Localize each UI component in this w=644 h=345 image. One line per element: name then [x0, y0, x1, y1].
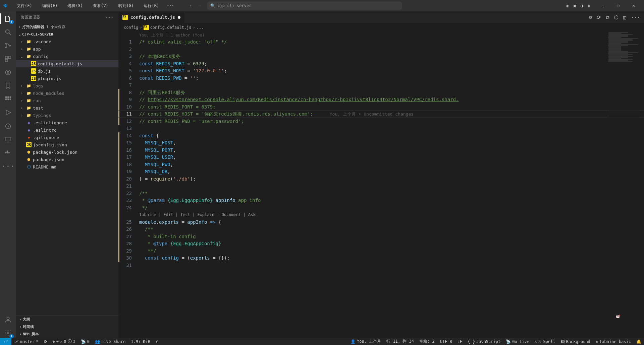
nav-back-icon[interactable]: ←	[190, 3, 192, 8]
code-line-3[interactable]: // 本地Redis服务	[139, 53, 607, 60]
code-line-13[interactable]	[139, 125, 607, 132]
code-line-9[interactable]: // https://kvstorenext.console.aliyun.co…	[139, 96, 607, 104]
code-line-20[interactable]: } = require('./db');	[139, 176, 607, 183]
folder-test[interactable]: ›📁test	[16, 104, 118, 112]
menu-run[interactable]: 运行(R)	[139, 2, 164, 10]
file-config.default.js[interactable]: JSconfig.default.js	[16, 60, 118, 67]
layout-panel-icon[interactable]: ▣	[574, 3, 576, 8]
code-line-2[interactable]	[139, 46, 607, 53]
folder-logs[interactable]: ›📁logs	[16, 82, 118, 89]
status-sync[interactable]: ⟳	[41, 338, 50, 345]
breadcrumb-item[interactable]: ...	[197, 25, 204, 30]
status-blame[interactable]: 👤You, 上个月	[348, 338, 384, 345]
code-line-5[interactable]: const REDIS_HOST = '127.0.0.1';	[139, 67, 607, 75]
window-minimize-icon[interactable]: —	[595, 0, 610, 11]
remote-button[interactable]	[0, 338, 11, 345]
code-line-29[interactable]: **/	[139, 248, 607, 255]
window-close-icon[interactable]: ✕	[626, 0, 641, 11]
code-line-24[interactable]: */	[139, 204, 607, 212]
activity-debug-icon[interactable]	[3, 108, 13, 117]
code-line-27[interactable]: * built-in config	[139, 233, 607, 240]
menu-edit[interactable]: 编辑(E)	[38, 2, 62, 10]
file-README.md[interactable]: ⓘREADME.md	[16, 163, 118, 170]
command-center[interactable]: 🔍 cjp-cli-server	[207, 2, 402, 10]
file-package-lock.json[interactable]: ⬢package-lock.json	[16, 148, 118, 156]
activity-scm-icon[interactable]	[3, 41, 13, 50]
status-eol[interactable]: LF	[455, 338, 465, 345]
breadcrumb-item[interactable]: config.default.js	[150, 25, 192, 30]
code-line-10[interactable]: // const REDIS_PORT = 6379;	[139, 104, 607, 111]
activity-search-icon[interactable]	[3, 27, 13, 37]
activity-grid-icon[interactable]	[3, 94, 13, 104]
status-filesize[interactable]: 1.97 KiB	[128, 338, 153, 345]
code-line-11[interactable]: // const REDIS_HOST = '你的云redis连接.redis.…	[139, 111, 607, 118]
folder-config[interactable]: ⌄📁config	[16, 53, 118, 60]
compass-icon[interactable]: ⊚	[589, 14, 592, 20]
activity-account-icon[interactable]	[3, 315, 13, 324]
code-line-26[interactable]: /**	[139, 226, 607, 233]
activity-extensions-icon[interactable]	[3, 54, 13, 64]
menu-file[interactable]: 文件(F)	[12, 2, 37, 10]
layout-customize-icon[interactable]: ▦	[588, 3, 590, 8]
activity-gitlens-icon[interactable]	[3, 68, 13, 77]
code-line-8[interactable]: // 阿里云Redis服务	[139, 89, 607, 96]
status-cursor[interactable]: 行 11, 列 34	[384, 338, 417, 345]
folder-.vscode[interactable]: ›📁.vscode	[16, 38, 118, 45]
code-line-1[interactable]: /* eslint valid-jsdoc: "off" */	[139, 39, 607, 46]
code-editor[interactable]: You, 上个月 | 1 author (You) 12345678910111…	[118, 32, 644, 338]
code-line-31[interactable]	[139, 262, 607, 269]
file-.gitignore[interactable]: ◆.gitignore	[16, 134, 118, 141]
menu-selection[interactable]: 选择(S)	[63, 2, 88, 10]
activity-more-icon[interactable]: ···	[3, 161, 13, 171]
code-line-21[interactable]	[139, 183, 607, 190]
code-line-25[interactable]: module.exports = appInfo => {	[139, 219, 607, 226]
hex-icon[interactable]: ⬡	[614, 14, 619, 20]
status-spell[interactable]: ⚠3 Spell	[532, 338, 558, 345]
code-line-23[interactable]: * @param {Egg.EggAppInfo} appInfo app in…	[139, 197, 607, 204]
folder-app[interactable]: ›📁app	[16, 45, 118, 53]
code-line-16[interactable]: MYSQL_PORT,	[139, 147, 607, 154]
folder-node_modules[interactable]: ›📁node_modules	[16, 89, 118, 97]
code-line-15[interactable]: MYSQL_HOST,	[139, 139, 607, 147]
file-plugin.js[interactable]: JSplugin.js	[16, 75, 118, 82]
sidebar-more-icon[interactable]: ···	[105, 15, 114, 20]
code-line-28[interactable]: * @type {Egg.EggAppConfig}	[139, 240, 607, 248]
status-liveshare[interactable]: 👥Live Share	[92, 338, 128, 345]
breadcrumb-item[interactable]: config	[124, 25, 138, 30]
outline-section[interactable]: ›大纲	[16, 316, 118, 323]
activity-timer-icon[interactable]	[3, 121, 13, 131]
timeline-section[interactable]: ›时间线	[16, 323, 118, 330]
status-branch[interactable]: ⎇master*	[11, 338, 41, 345]
menu-more-icon[interactable]: ···	[164, 2, 176, 10]
layout-sidebar-right-icon[interactable]: ◨	[581, 3, 583, 8]
file-db.js[interactable]: JSdb.js	[16, 67, 118, 75]
status-ports[interactable]: 📡0	[78, 338, 92, 345]
file-package.json[interactable]: ⬢package.json	[16, 156, 118, 163]
code-line-19[interactable]: MYSQL_DB,	[139, 168, 607, 176]
status-bell[interactable]: 🔔	[634, 338, 644, 345]
status-language[interactable]: { }JavaScript	[465, 338, 503, 345]
activity-explorer-icon[interactable]: 1	[3, 14, 13, 23]
tab-more-icon[interactable]: ···	[631, 14, 640, 20]
code-line-12[interactable]: // const REDIS_PWD = 'user:password';	[139, 118, 607, 125]
menu-view[interactable]: 查看(V)	[88, 2, 113, 10]
layout-sidebar-left-icon[interactable]: ◧	[567, 3, 569, 8]
code-lines[interactable]: /* eslint valid-jsdoc: "off" */ // 本地Red…	[139, 39, 607, 269]
status-background[interactable]: 🖼Background	[558, 338, 593, 345]
link-icon[interactable]: ⧉	[606, 14, 609, 20]
folder-run[interactable]: ›📁run	[16, 97, 118, 104]
npm-section[interactable]: ›NPM 脚本	[16, 330, 118, 338]
activity-bookmark-icon[interactable]	[3, 81, 13, 90]
code-line-14[interactable]: const {	[139, 132, 607, 140]
status-problems[interactable]: ⊗0 ⚠0 ⓘ3	[50, 338, 78, 345]
status-golive[interactable]: 📡Go Live	[503, 338, 532, 345]
project-section[interactable]: ⌄CJP-CLI-SERVER	[16, 30, 118, 38]
code-line-30[interactable]: const config = (exports = {});	[139, 255, 607, 262]
status-prettier[interactable]: ⚡	[153, 338, 161, 345]
code-line-18[interactable]: MYSQL_PWD,	[139, 161, 607, 168]
minimap[interactable]	[607, 32, 639, 338]
tab-config-default[interactable]: JS config.default.js	[118, 11, 185, 23]
menu-go[interactable]: 转到(G)	[114, 2, 139, 10]
file-jsconfig.json[interactable]: JSjsconfig.json	[16, 141, 118, 148]
code-line-7[interactable]	[139, 82, 607, 89]
